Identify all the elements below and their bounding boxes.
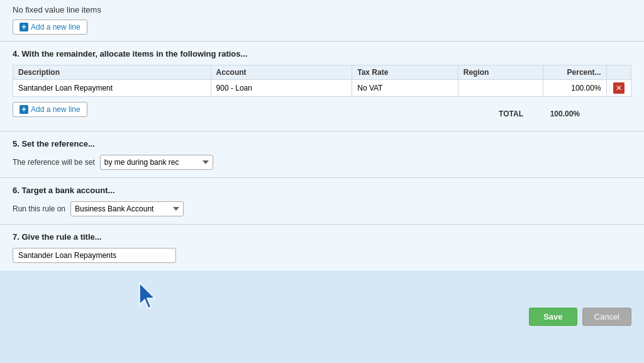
col-header-tax-rate: Tax Rate xyxy=(352,65,458,80)
save-button[interactable]: Save xyxy=(529,308,577,326)
no-fixed-label: No fixed value line items xyxy=(13,5,631,14)
delete-icon: ✕ xyxy=(616,84,622,92)
total-label: TOTAL xyxy=(499,109,523,118)
cell-account: 900 - Loan xyxy=(211,80,352,97)
bank-account-dropdown[interactable]: Business Bank Account Current Account Sa… xyxy=(70,201,184,216)
section-6: 6. Target a bank account... Run this rul… xyxy=(0,178,644,225)
cell-region xyxy=(458,80,543,97)
delete-row-button[interactable]: ✕ xyxy=(613,82,625,94)
main-container: No fixed value line items + Add a new li… xyxy=(0,0,644,363)
reference-dropdown[interactable]: by me during bank rec automatically manu… xyxy=(100,155,213,170)
reference-label: The reference will be set xyxy=(13,158,95,167)
section-5: 5. Set the reference... The reference wi… xyxy=(0,131,644,178)
cell-percent: 100.00% xyxy=(543,80,606,97)
top-bar: No fixed value line items + Add a new li… xyxy=(0,0,644,42)
col-header-delete xyxy=(606,65,631,80)
add-new-line-label-section4: Add a new line xyxy=(31,105,80,114)
allocation-table: Description Account Tax Rate Region Perc… xyxy=(13,65,631,97)
total-value: 100.00% xyxy=(536,109,580,118)
section-7: 7. Give the rule a title... xyxy=(0,225,644,271)
rule-title-input[interactable] xyxy=(13,248,176,263)
table-row: Santander Loan Repayment 900 - Loan No V… xyxy=(13,80,631,97)
col-header-description: Description xyxy=(13,65,211,80)
col-header-region: Region xyxy=(458,65,543,80)
col-header-account: Account xyxy=(211,65,352,80)
run-label: Run this rule on xyxy=(13,204,65,213)
add-new-line-button-section4[interactable]: + Add a new line xyxy=(13,102,87,117)
plus-icon-top: + xyxy=(19,23,28,31)
cell-tax-rate: No VAT xyxy=(352,80,458,97)
total-row: TOTAL 100.00% xyxy=(499,109,631,118)
footer: Save Cancel xyxy=(0,271,644,363)
add-new-line-button-top[interactable]: + Add a new line xyxy=(13,20,87,35)
cancel-button[interactable]: Cancel xyxy=(582,308,631,326)
target-bank-row: Run this rule on Business Bank Account C… xyxy=(13,201,631,216)
section-4-title: 4. With the remainder, allocate items in… xyxy=(13,49,631,59)
plus-icon-section4: + xyxy=(19,105,28,114)
cell-delete[interactable]: ✕ xyxy=(606,80,631,97)
add-new-line-label-top: Add a new line xyxy=(31,23,80,31)
reference-row: The reference will be set by me during b… xyxy=(13,155,631,170)
section-5-title: 5. Set the reference... xyxy=(13,139,631,148)
section-7-title: 7. Give the rule a title... xyxy=(13,232,631,242)
section-4: 4. With the remainder, allocate items in… xyxy=(0,42,644,131)
col-header-percent: Percent... xyxy=(543,65,606,80)
section-6-title: 6. Target a bank account... xyxy=(13,186,631,195)
cell-description: Santander Loan Repayment xyxy=(13,80,211,97)
